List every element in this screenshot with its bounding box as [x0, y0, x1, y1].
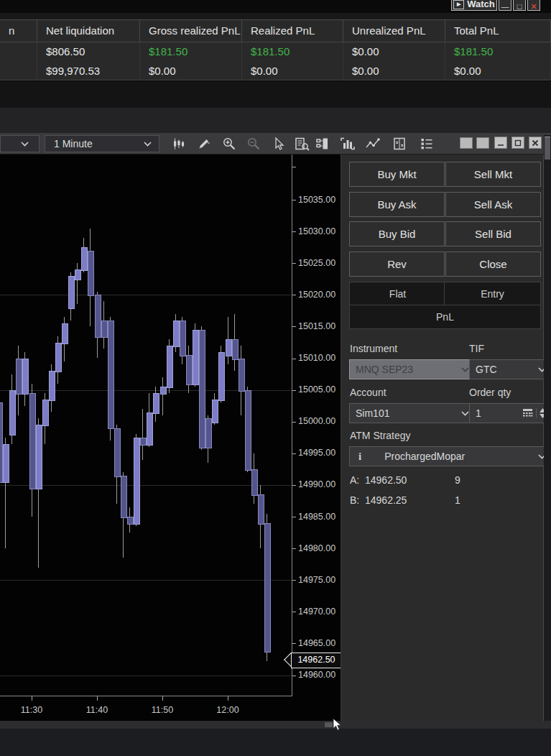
strategy-button[interactable] — [390, 135, 409, 152]
candlestick-chart[interactable]: 15035.0015030.0015025.0015020.0015015.00… — [0, 155, 341, 721]
tif-value: GTC — [476, 364, 497, 375]
chart-minimize-button[interactable] — [494, 137, 507, 149]
watch-button[interactable]: ▶ Watch — [451, 0, 497, 11]
candle — [264, 523, 271, 653]
account-label: Account — [350, 387, 386, 398]
atm-strategy-select[interactable]: i ProchargedMopar — [349, 446, 551, 466]
mouse-cursor — [333, 718, 342, 731]
info-icon[interactable]: i — [358, 451, 361, 463]
cell-empty — [0, 42, 37, 61]
column-header-partial[interactable]: n — [0, 20, 37, 42]
account-table-top-strip — [0, 13, 551, 19]
tif-select[interactable]: GTC — [469, 359, 551, 379]
candle — [108, 321, 114, 430]
account-select[interactable]: Sim101 — [349, 403, 476, 423]
window-maximize-button[interactable]: □ — [513, 0, 526, 11]
time-tick-label: 11:50 — [141, 705, 184, 715]
chart-restore-button[interactable] — [511, 137, 524, 149]
quote-side: A: — [350, 474, 359, 486]
order-qty-value: 1 — [476, 407, 481, 419]
panel-toggle-1-button[interactable] — [460, 137, 473, 149]
candle — [121, 476, 127, 518]
account-value-cell: $0.00 — [343, 61, 445, 80]
sell-mkt-button[interactable]: Sell Mkt — [445, 162, 541, 187]
column-header[interactable]: Realized PnL — [242, 20, 343, 42]
candle — [3, 444, 9, 484]
tab-flat[interactable]: Flat — [349, 282, 446, 306]
candle — [134, 438, 140, 525]
candle — [75, 269, 81, 280]
data-series-icon — [420, 137, 434, 151]
candle — [16, 359, 22, 395]
calculator-icon[interactable] — [522, 408, 533, 418]
interval-value: 1 Minute — [54, 138, 93, 149]
buy-bid-button[interactable]: Buy Bid — [349, 221, 445, 246]
column-header[interactable]: Net liquidation — [37, 20, 140, 42]
candle — [62, 323, 68, 344]
account-table-body: $806.50$181.50$181.50$0.00$181.50$99,970… — [0, 42, 551, 80]
candle — [199, 330, 205, 448]
close-button[interactable]: Close — [445, 252, 541, 277]
horizontal-scrollbar-thumb[interactable] — [325, 722, 333, 727]
panel-toggle-2-button[interactable] — [476, 137, 489, 149]
draw-pencil-button[interactable] — [195, 135, 213, 152]
account-table-row: $99,970.53$0.00$0.00$0.00$0.00 — [0, 61, 551, 80]
candle-wick — [162, 377, 163, 415]
zoom-out-button[interactable] — [244, 135, 263, 152]
draw-pencil-icon — [197, 137, 211, 151]
price-tick — [292, 359, 296, 359]
sell-bid-button[interactable]: Sell Bid — [445, 221, 541, 246]
candle — [239, 359, 245, 392]
vertical-scrollbar[interactable] — [544, 135, 551, 729]
candlestick-chart-button[interactable] — [170, 135, 188, 152]
quote-side: B: — [350, 494, 359, 506]
interval-dropdown[interactable]: 1 Minute — [45, 135, 159, 152]
account-value-cell: $181.50 — [140, 42, 242, 61]
instrument-label: Instrument — [350, 343, 397, 354]
account-summary-table: nNet liquidationGross realized PnLRealiz… — [0, 19, 551, 80]
column-header[interactable]: Gross realized PnL — [140, 20, 242, 42]
window-close-button[interactable]: ✕ — [527, 0, 540, 11]
sell-ask-button[interactable]: Sell Ask — [445, 192, 541, 217]
account-value-cell: $181.50 — [242, 42, 343, 61]
price-tick — [292, 231, 296, 232]
account-value-cell: $0.00 — [343, 42, 445, 61]
account-table-header-row: nNet liquidationGross realized PnLRealiz… — [0, 20, 551, 42]
chart-close-button[interactable] — [529, 137, 542, 149]
vertical-scrollbar-thumb[interactable] — [545, 137, 550, 160]
horizontal-scrollbar[interactable] — [0, 721, 551, 729]
time-tick — [162, 696, 163, 701]
indicator-button[interactable] — [364, 135, 382, 152]
price-tick-label: 14985.00 — [298, 512, 335, 522]
chart-trader-button[interactable] — [313, 135, 332, 152]
column-header[interactable]: Total PnL — [445, 20, 551, 42]
chevron-down-icon — [461, 367, 469, 372]
tab-pnl[interactable]: PnL — [349, 305, 541, 329]
candle — [226, 339, 232, 356]
candle — [36, 425, 42, 489]
quote-price: 14962.25 — [365, 494, 407, 506]
buy-ask-button[interactable]: Buy Ask — [349, 192, 445, 217]
instrument-select[interactable]: MNQ SEP23 — [349, 359, 476, 379]
time-tick — [32, 696, 32, 701]
candle — [127, 517, 134, 525]
price-axis-line — [292, 155, 292, 696]
instrument-dropdown-partial[interactable] — [0, 135, 40, 152]
time-tick-label: 11:40 — [75, 705, 119, 715]
window-minimize-button[interactable]: — — [499, 0, 511, 11]
data-series-button[interactable] — [417, 135, 436, 152]
candle — [212, 400, 218, 423]
price-tick-label: 15025.00 — [298, 258, 335, 268]
tab-entry[interactable]: Entry — [444, 282, 541, 306]
column-header[interactable]: Unrealized PnL — [343, 20, 445, 42]
price-tick-label: 14980.00 — [298, 543, 335, 553]
price-tick — [292, 200, 296, 200]
rev-button[interactable]: Rev — [349, 252, 445, 277]
cursor-pointer-button[interactable] — [269, 135, 287, 152]
report-search-button[interactable] — [293, 135, 312, 152]
zoom-in-button[interactable] — [220, 135, 239, 152]
bar-analyzer-button[interactable] — [338, 135, 357, 152]
order-qty-input[interactable]: 1 — [469, 403, 550, 423]
buy-mkt-button[interactable]: Buy Mkt — [349, 162, 445, 187]
candle — [29, 393, 36, 489]
